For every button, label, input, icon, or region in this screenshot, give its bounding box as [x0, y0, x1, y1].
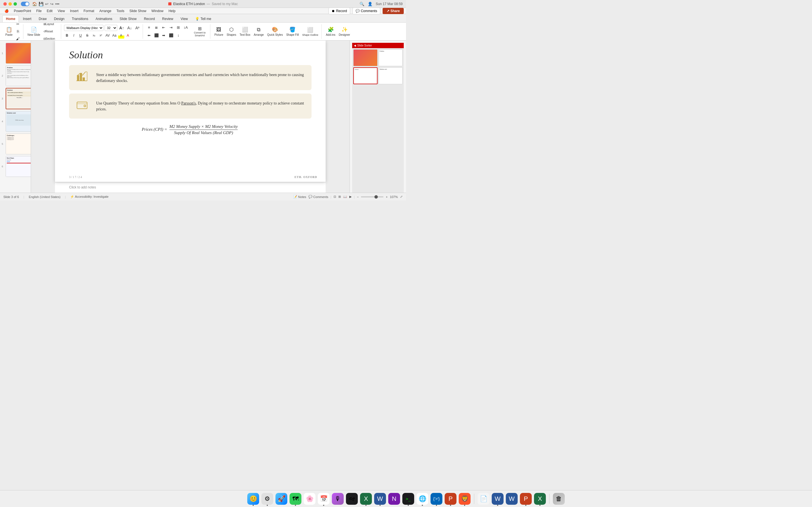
designer-button[interactable]: ✨ Designer — [338, 25, 352, 37]
menu-insert[interactable]: Insert — [68, 8, 81, 13]
more-icon[interactable]: ••• — [55, 2, 59, 6]
save-icon[interactable]: 💾 — [39, 2, 43, 6]
autosave-toggle[interactable] — [21, 2, 29, 6]
slide-thumb-6[interactable]: Next Steps Dennis Beklink here — [6, 156, 31, 177]
zoom-slider[interactable] — [361, 196, 384, 198]
menu-window[interactable]: Window — [149, 8, 166, 13]
slide-thumb-1[interactable] — [6, 43, 31, 64]
shape-fill-button[interactable]: 🪣 Shape Fill — [285, 25, 300, 37]
menu-format[interactable]: Format — [81, 8, 96, 13]
font-increase-button[interactable]: A↑ — [118, 24, 125, 31]
tab-tellme[interactable]: 💡Tell me — [192, 15, 214, 22]
slide-canvas[interactable]: Solution — [55, 41, 326, 182]
tab-insert[interactable]: Insert — [19, 15, 35, 22]
menu-apple[interactable]: 🍎 — [2, 8, 11, 13]
menu-view[interactable]: View — [55, 8, 67, 13]
columns-button[interactable]: ⊞ — [175, 24, 182, 31]
subscript-button[interactable]: x₂ — [91, 33, 97, 39]
convert-smartart-button[interactable]: ⊞ Convert to SmartArt — [192, 25, 208, 38]
slide-thumb-3[interactable]: Solution Steer a middle way between infl… — [6, 88, 31, 109]
fullscreen-button[interactable] — [13, 2, 17, 6]
font-clear-button[interactable]: Aᵒ — [134, 24, 141, 31]
redo-icon[interactable]: ↪ — [50, 2, 54, 6]
share-button[interactable]: ↗ Share — [383, 8, 404, 14]
arrange-button[interactable]: ⧉ Arrange — [252, 26, 265, 37]
text-direction-button[interactable]: ↕A — [183, 24, 189, 31]
tab-view[interactable]: View — [177, 15, 191, 22]
record-button[interactable]: ⏺ Record — [328, 8, 350, 14]
align-center-button[interactable]: ⬛ — [153, 32, 160, 39]
slide-sorter-button[interactable]: ⊞ — [338, 195, 341, 199]
undo-icon[interactable]: ↩ — [45, 2, 49, 6]
text-box-button[interactable]: ⬜ Text Box — [238, 25, 252, 37]
text-highlight-button[interactable]: A — [118, 33, 124, 39]
notes-button[interactable]: 📝 Notes — [293, 195, 306, 199]
menu-tools[interactable]: Tools — [114, 8, 126, 13]
zoom-level[interactable]: 107% — [390, 195, 398, 199]
tab-record[interactable]: Record — [140, 15, 158, 22]
menu-file[interactable]: File — [34, 8, 44, 13]
bullets-button[interactable]: ≡ — [146, 24, 153, 31]
menu-arrange[interactable]: Arrange — [97, 8, 114, 13]
notes-area[interactable]: Click to add notes — [55, 182, 326, 193]
strikethrough-button[interactable]: S — [84, 33, 91, 39]
shape-outline-button[interactable]: ⬜ Shape Outline — [301, 26, 320, 37]
zoom-in-button[interactable]: + — [386, 195, 388, 199]
text-spacing-button[interactable]: AV — [105, 33, 111, 39]
font-color-button[interactable]: A — [125, 33, 131, 39]
numbering-button[interactable]: ≣ — [153, 24, 160, 31]
quick-styles-button[interactable]: 🎨 Quick Styles — [266, 25, 285, 37]
bold-button[interactable]: B — [64, 33, 70, 39]
slideshow-button[interactable]: ▶ — [349, 195, 352, 199]
normal-view-button[interactable]: ⊡ — [334, 195, 336, 199]
reading-view-button[interactable]: 📖 — [343, 195, 347, 199]
slide-thumb-2[interactable]: Problem Money has and always function as… — [6, 65, 31, 86]
menu-slideshow[interactable]: Slide Show — [127, 8, 149, 13]
tab-transitions[interactable]: Transitions — [68, 15, 92, 22]
layout-button[interactable]: ⊞ Layout — [42, 21, 59, 27]
line-spacing-button[interactable]: ↕ — [175, 32, 182, 39]
menu-powerpoint[interactable]: PowerPoint — [11, 8, 33, 13]
slide-thumb-4[interactable]: Solution cont FRED chart data — [6, 111, 31, 132]
autosave-area: 🏠 💾 ↩ ↪ ••• — [17, 2, 62, 6]
underline-button[interactable]: U — [78, 33, 84, 39]
reset-button[interactable]: ↺ Reset — [42, 28, 59, 35]
superscript-button[interactable]: x² — [98, 33, 104, 39]
zoom-out-button[interactable]: − — [357, 195, 359, 199]
tab-review[interactable]: Review — [159, 15, 176, 22]
font-decrease-button[interactable]: A↓ — [126, 24, 133, 31]
increase-indent-button[interactable]: ⇥ — [168, 24, 174, 31]
formula-area: Prices (CPI) = M2 Money Supply × M2 Mone… — [55, 119, 326, 141]
comments-button[interactable]: 💬 Comments — [352, 8, 380, 14]
picture-button[interactable]: 🖼 Picture — [213, 26, 225, 37]
addins-button[interactable]: 🧩 Add-ins — [324, 25, 337, 37]
fit-window-button[interactable]: ⤢ — [400, 195, 403, 199]
paste-button[interactable]: 📋 Paste — [4, 25, 14, 37]
align-left-button[interactable]: ⬅ — [146, 32, 153, 39]
minimize-button[interactable] — [8, 2, 12, 6]
shapes-button[interactable]: ⬡ Shapes — [225, 25, 238, 37]
title-center: 🟥 Elastica ETH London — Saved to my Mac — [168, 2, 238, 6]
close-button[interactable] — [3, 2, 7, 6]
font-size-select[interactable]: 32 — [105, 25, 117, 31]
card-1-text: Steer a middle way between inflationary … — [96, 72, 306, 83]
menu-help[interactable]: Help — [166, 8, 178, 13]
decrease-indent-button[interactable]: ⇤ — [160, 24, 167, 31]
card-2-text: Use Quantity Theory of money equation fr… — [96, 100, 306, 112]
menu-edit[interactable]: Edit — [45, 8, 55, 13]
italic-button[interactable]: I — [71, 33, 77, 39]
tab-animations[interactable]: Animations — [92, 15, 116, 22]
home-icon[interactable]: 🏠 — [32, 2, 37, 6]
new-slide-button[interactable]: 📄 New Slide — [26, 25, 42, 37]
search-icon[interactable]: 🔍 — [359, 2, 364, 6]
font-family-select[interactable]: Walbaum Display (Headi... — [64, 25, 103, 31]
copy-button[interactable]: ⎘ — [15, 28, 21, 35]
tab-slideshow[interactable]: Slide Show — [116, 15, 140, 22]
justify-button[interactable]: ⬛ — [168, 32, 174, 39]
share-people-icon[interactable]: 👤 — [368, 2, 372, 6]
slide-thumb-5[interactable]: Challenges • Challenge point 1• Challeng… — [6, 133, 31, 154]
change-case-button[interactable]: Aa — [111, 33, 117, 39]
cut-button[interactable]: ✂ — [15, 21, 21, 27]
align-right-button[interactable]: ➡ — [160, 32, 167, 39]
comments-status-button[interactable]: 💬 Comments — [308, 195, 328, 199]
